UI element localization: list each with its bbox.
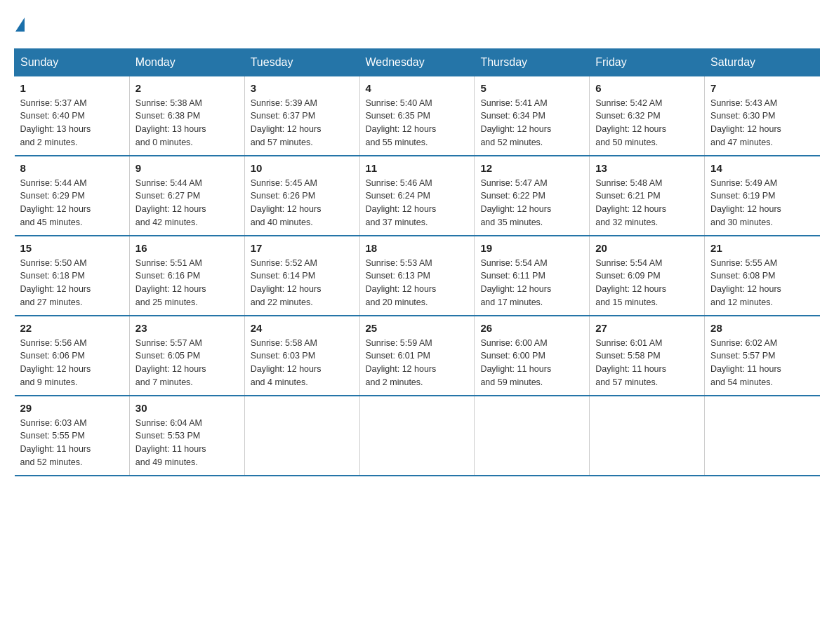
calendar-day-cell: 11 Sunrise: 5:46 AMSunset: 6:24 PMDaylig… — [359, 156, 475, 236]
calendar-day-cell: 4 Sunrise: 5:40 AMSunset: 6:35 PMDayligh… — [359, 76, 475, 156]
day-info: Sunrise: 6:00 AMSunset: 6:00 PMDaylight:… — [480, 337, 583, 389]
calendar-day-cell: 20 Sunrise: 5:54 AMSunset: 6:09 PMDaylig… — [590, 236, 705, 316]
day-info: Sunrise: 5:37 AMSunset: 6:40 PMDaylight:… — [20, 97, 124, 149]
day-info: Sunrise: 5:56 AMSunset: 6:06 PMDaylight:… — [20, 337, 124, 389]
logo — [14, 14, 25, 34]
calendar-week-row: 29 Sunrise: 6:03 AMSunset: 5:55 PMDaylig… — [15, 396, 820, 476]
day-info: Sunrise: 5:59 AMSunset: 6:01 PMDaylight:… — [366, 337, 469, 389]
calendar-day-cell: 25 Sunrise: 5:59 AMSunset: 6:01 PMDaylig… — [359, 316, 475, 396]
day-info: Sunrise: 6:03 AMSunset: 5:55 PMDaylight:… — [20, 417, 124, 469]
day-of-week-header: Tuesday — [244, 48, 359, 76]
day-number: 4 — [366, 82, 469, 94]
day-number: 16 — [135, 242, 239, 254]
day-number: 2 — [135, 82, 239, 94]
calendar-day-cell: 15 Sunrise: 5:50 AMSunset: 6:18 PMDaylig… — [15, 236, 130, 316]
calendar-day-cell — [475, 396, 590, 476]
day-info: Sunrise: 5:52 AMSunset: 6:14 PMDaylight:… — [251, 257, 354, 309]
day-info: Sunrise: 6:04 AMSunset: 5:53 PMDaylight:… — [135, 417, 239, 469]
calendar-day-cell — [244, 396, 359, 476]
day-number: 1 — [20, 82, 124, 94]
day-info: Sunrise: 5:58 AMSunset: 6:03 PMDaylight:… — [251, 337, 354, 389]
calendar-day-cell: 24 Sunrise: 5:58 AMSunset: 6:03 PMDaylig… — [244, 316, 359, 396]
calendar-day-cell: 6 Sunrise: 5:42 AMSunset: 6:32 PMDayligh… — [590, 76, 705, 156]
calendar-day-cell: 23 Sunrise: 5:57 AMSunset: 6:05 PMDaylig… — [129, 316, 244, 396]
day-of-week-header: Thursday — [475, 48, 590, 76]
day-number: 15 — [20, 242, 124, 254]
day-info: Sunrise: 5:55 AMSunset: 6:08 PMDaylight:… — [710, 257, 814, 309]
day-info: Sunrise: 5:39 AMSunset: 6:37 PMDaylight:… — [251, 97, 354, 149]
day-of-week-header: Sunday — [15, 48, 130, 76]
day-number: 12 — [480, 162, 583, 174]
day-number: 18 — [366, 242, 469, 254]
calendar-day-cell: 21 Sunrise: 5:55 AMSunset: 6:08 PMDaylig… — [705, 236, 820, 316]
calendar-day-cell: 10 Sunrise: 5:45 AMSunset: 6:26 PMDaylig… — [244, 156, 359, 236]
page-header — [14, 14, 820, 34]
day-info: Sunrise: 5:51 AMSunset: 6:16 PMDaylight:… — [135, 257, 239, 309]
day-info: Sunrise: 5:40 AMSunset: 6:35 PMDaylight:… — [366, 97, 469, 149]
day-number: 22 — [20, 322, 124, 334]
day-info: Sunrise: 5:57 AMSunset: 6:05 PMDaylight:… — [135, 337, 239, 389]
calendar-day-cell: 2 Sunrise: 5:38 AMSunset: 6:38 PMDayligh… — [129, 76, 244, 156]
day-info: Sunrise: 5:44 AMSunset: 6:27 PMDaylight:… — [135, 177, 239, 229]
day-number: 13 — [595, 162, 699, 174]
day-info: Sunrise: 5:47 AMSunset: 6:22 PMDaylight:… — [480, 177, 583, 229]
calendar-day-cell: 13 Sunrise: 5:48 AMSunset: 6:21 PMDaylig… — [590, 156, 705, 236]
day-info: Sunrise: 5:43 AMSunset: 6:30 PMDaylight:… — [710, 97, 814, 149]
day-of-week-header: Monday — [129, 48, 244, 76]
calendar-day-cell: 7 Sunrise: 5:43 AMSunset: 6:30 PMDayligh… — [705, 76, 820, 156]
calendar-day-cell: 3 Sunrise: 5:39 AMSunset: 6:37 PMDayligh… — [244, 76, 359, 156]
calendar-day-cell: 1 Sunrise: 5:37 AMSunset: 6:40 PMDayligh… — [15, 76, 130, 156]
day-number: 23 — [135, 322, 239, 334]
calendar-day-cell: 29 Sunrise: 6:03 AMSunset: 5:55 PMDaylig… — [15, 396, 130, 476]
day-number: 6 — [595, 82, 699, 94]
day-info: Sunrise: 5:41 AMSunset: 6:34 PMDaylight:… — [480, 97, 583, 149]
calendar-week-row: 22 Sunrise: 5:56 AMSunset: 6:06 PMDaylig… — [15, 316, 820, 396]
day-number: 9 — [135, 162, 239, 174]
day-info: Sunrise: 5:49 AMSunset: 6:19 PMDaylight:… — [710, 177, 814, 229]
day-number: 11 — [366, 162, 469, 174]
day-info: Sunrise: 5:54 AMSunset: 6:09 PMDaylight:… — [595, 257, 699, 309]
calendar-day-cell: 12 Sunrise: 5:47 AMSunset: 6:22 PMDaylig… — [475, 156, 590, 236]
day-number: 3 — [251, 82, 354, 94]
day-number: 19 — [480, 242, 583, 254]
day-number: 7 — [710, 82, 814, 94]
day-number: 17 — [251, 242, 354, 254]
calendar-week-row: 1 Sunrise: 5:37 AMSunset: 6:40 PMDayligh… — [15, 76, 820, 156]
calendar-header: SundayMondayTuesdayWednesdayThursdayFrid… — [15, 48, 820, 76]
day-number: 26 — [480, 322, 583, 334]
day-number: 20 — [595, 242, 699, 254]
day-number: 5 — [480, 82, 583, 94]
calendar-day-cell: 17 Sunrise: 5:52 AMSunset: 6:14 PMDaylig… — [244, 236, 359, 316]
day-number: 8 — [20, 162, 124, 174]
calendar-day-cell: 28 Sunrise: 6:02 AMSunset: 5:57 PMDaylig… — [705, 316, 820, 396]
calendar-day-cell: 8 Sunrise: 5:44 AMSunset: 6:29 PMDayligh… — [15, 156, 130, 236]
day-info: Sunrise: 5:48 AMSunset: 6:21 PMDaylight:… — [595, 177, 699, 229]
day-info: Sunrise: 5:38 AMSunset: 6:38 PMDaylight:… — [135, 97, 239, 149]
day-of-week-header: Friday — [590, 48, 705, 76]
calendar-day-cell: 22 Sunrise: 5:56 AMSunset: 6:06 PMDaylig… — [15, 316, 130, 396]
calendar-day-cell: 27 Sunrise: 6:01 AMSunset: 5:58 PMDaylig… — [590, 316, 705, 396]
calendar-day-cell — [590, 396, 705, 476]
calendar-day-cell: 16 Sunrise: 5:51 AMSunset: 6:16 PMDaylig… — [129, 236, 244, 316]
day-info: Sunrise: 5:50 AMSunset: 6:18 PMDaylight:… — [20, 257, 124, 309]
day-number: 21 — [710, 242, 814, 254]
day-number: 10 — [251, 162, 354, 174]
calendar-day-cell: 19 Sunrise: 5:54 AMSunset: 6:11 PMDaylig… — [475, 236, 590, 316]
day-info: Sunrise: 5:54 AMSunset: 6:11 PMDaylight:… — [480, 257, 583, 309]
day-number: 28 — [710, 322, 814, 334]
day-number: 29 — [20, 402, 124, 414]
day-info: Sunrise: 6:02 AMSunset: 5:57 PMDaylight:… — [710, 337, 814, 389]
calendar-day-cell: 14 Sunrise: 5:49 AMSunset: 6:19 PMDaylig… — [705, 156, 820, 236]
day-number: 25 — [366, 322, 469, 334]
calendar-day-cell: 26 Sunrise: 6:00 AMSunset: 6:00 PMDaylig… — [475, 316, 590, 396]
day-of-week-header: Wednesday — [359, 48, 475, 76]
day-info: Sunrise: 5:53 AMSunset: 6:13 PMDaylight:… — [366, 257, 469, 309]
day-of-week-header: Saturday — [705, 48, 820, 76]
day-info: Sunrise: 5:45 AMSunset: 6:26 PMDaylight:… — [251, 177, 354, 229]
day-number: 24 — [251, 322, 354, 334]
day-info: Sunrise: 5:44 AMSunset: 6:29 PMDaylight:… — [20, 177, 124, 229]
calendar-day-cell — [705, 396, 820, 476]
calendar-day-cell: 18 Sunrise: 5:53 AMSunset: 6:13 PMDaylig… — [359, 236, 475, 316]
calendar-day-cell: 5 Sunrise: 5:41 AMSunset: 6:34 PMDayligh… — [475, 76, 590, 156]
calendar-week-row: 8 Sunrise: 5:44 AMSunset: 6:29 PMDayligh… — [15, 156, 820, 236]
